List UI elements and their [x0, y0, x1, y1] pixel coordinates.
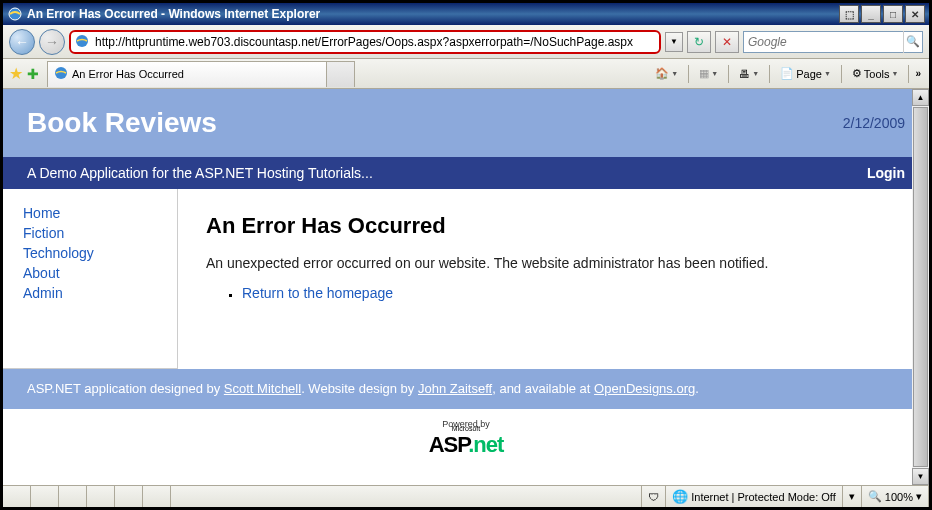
scroll-thumb[interactable]	[913, 107, 928, 467]
footer-text-4: .	[695, 381, 699, 396]
footer-text-1: ASP.NET application designed by	[27, 381, 224, 396]
separator	[728, 65, 729, 83]
separator	[908, 65, 909, 83]
scroll-up-button[interactable]: ▲	[912, 89, 929, 106]
site-footer: ASP.NET application designed by Scott Mi…	[3, 369, 929, 409]
search-box: 🔍	[743, 31, 923, 53]
refresh-button[interactable]: ↻	[687, 31, 711, 53]
status-bar: 🛡 🌐 Internet | Protected Mode: Off ▾ 🔍 1…	[3, 485, 929, 507]
title-bar: An Error Has Occurred - Windows Internet…	[3, 3, 929, 25]
address-dropdown[interactable]: ▼	[665, 32, 683, 52]
aspnet-logo: ASP.net	[429, 432, 504, 457]
separator	[841, 65, 842, 83]
login-link[interactable]: Login	[867, 165, 905, 181]
stop-icon: ✕	[722, 35, 732, 49]
separator	[688, 65, 689, 83]
globe-icon: 🌐	[672, 489, 688, 504]
back-button[interactable]: ←	[9, 29, 35, 55]
zoom-icon: 🔍	[868, 490, 882, 503]
print-button[interactable]: 🖶▼	[735, 66, 763, 82]
status-panes	[3, 486, 642, 507]
status-extra[interactable]: ▾	[843, 486, 862, 507]
new-tab-button[interactable]	[327, 61, 355, 87]
shield-icon: 🛡	[648, 491, 659, 503]
microsoft-label: Microsoft	[3, 425, 929, 432]
browser-tab[interactable]: An Error Has Occurred	[47, 61, 327, 87]
sidebar-item-about[interactable]: About	[23, 263, 157, 283]
site-header: Book Reviews 2/12/2009	[3, 89, 929, 157]
sidebar-item-admin[interactable]: Admin	[23, 283, 157, 303]
chevron-right-icon[interactable]: »	[915, 68, 923, 79]
page-menu[interactable]: 📄Page▼	[776, 65, 835, 82]
stop-button[interactable]: ✕	[715, 31, 739, 53]
site-title: Book Reviews	[27, 107, 843, 139]
page-favicon-icon	[75, 34, 91, 50]
site-tagline: A Demo Application for the ASP.NET Hosti…	[27, 165, 867, 181]
status-security[interactable]: 🛡	[642, 486, 666, 507]
gear-icon: ⚙	[852, 67, 862, 80]
footer-author-link[interactable]: Scott Mitchell	[224, 381, 301, 396]
site-subheader: A Demo Application for the ASP.NET Hosti…	[3, 157, 929, 189]
site-date: 2/12/2009	[843, 115, 905, 131]
vertical-scrollbar[interactable]: ▲ ▼	[912, 89, 929, 485]
favorites-bar: ★ ✚ An Error Has Occurred 🏠▼ ▦▼ 🖶▼ 📄Page…	[3, 59, 929, 89]
separator	[769, 65, 770, 83]
browser-window: An Error Has Occurred - Windows Internet…	[2, 2, 930, 508]
forward-button[interactable]: →	[39, 29, 65, 55]
sidebar-item-technology[interactable]: Technology	[23, 243, 157, 263]
tab-title: An Error Has Occurred	[72, 68, 184, 80]
feeds-button[interactable]: ▦▼	[695, 65, 722, 82]
sidebar-item-fiction[interactable]: Fiction	[23, 223, 157, 243]
footer-text-2: . Website design by	[301, 381, 418, 396]
ie-icon	[7, 6, 23, 22]
add-favorite-icon[interactable]: ✚	[27, 66, 39, 82]
status-zone[interactable]: 🌐 Internet | Protected Mode: Off	[666, 486, 843, 507]
return-home-link[interactable]: Return to the homepage	[242, 285, 393, 301]
window-title: An Error Has Occurred - Windows Internet…	[27, 7, 837, 21]
sidebar-nav: Home Fiction Technology About Admin	[3, 189, 178, 369]
status-zoom[interactable]: 🔍 100% ▾	[862, 486, 929, 507]
favorites-icon[interactable]: ★	[9, 64, 23, 83]
tab-favicon-icon	[54, 66, 68, 82]
main-content: An Error Has Occurred An unexpected erro…	[178, 189, 929, 369]
scroll-down-button[interactable]: ▼	[912, 468, 929, 485]
powered-by: Powered by Microsoft ASP.net	[3, 409, 929, 468]
minimize-button[interactable]: _	[861, 5, 881, 23]
search-input[interactable]	[744, 35, 903, 49]
page-content: Book Reviews 2/12/2009 A Demo Applicatio…	[3, 89, 929, 485]
search-button[interactable]: 🔍	[903, 31, 922, 53]
footer-text-3: , and available at	[492, 381, 594, 396]
refresh-icon: ↻	[694, 35, 704, 49]
page-icon: 📄	[780, 67, 794, 80]
tools-menu[interactable]: ⚙Tools▼	[848, 65, 903, 82]
maximize-button[interactable]: □	[883, 5, 903, 23]
error-message: An unexpected error occurred on our webs…	[206, 255, 901, 271]
page-body: Home Fiction Technology About Admin An E…	[3, 189, 929, 369]
print-icon: 🖶	[739, 68, 750, 80]
home-button[interactable]: 🏠▼	[651, 65, 682, 82]
error-heading: An Error Has Occurred	[206, 213, 901, 239]
nav-bar: ← → ▼ ↻ ✕ 🔍	[3, 25, 929, 59]
search-icon: 🔍	[906, 35, 920, 48]
sidebar-item-home[interactable]: Home	[23, 203, 157, 223]
address-bar	[69, 30, 661, 54]
rss-icon: ▦	[699, 67, 709, 80]
address-input[interactable]	[95, 35, 659, 49]
extra-button[interactable]: ⬚	[839, 5, 859, 23]
footer-source-link[interactable]: OpenDesigns.org	[594, 381, 695, 396]
footer-designer-link[interactable]: John Zaitseff	[418, 381, 492, 396]
home-icon: 🏠	[655, 67, 669, 80]
close-button[interactable]: ✕	[905, 5, 925, 23]
